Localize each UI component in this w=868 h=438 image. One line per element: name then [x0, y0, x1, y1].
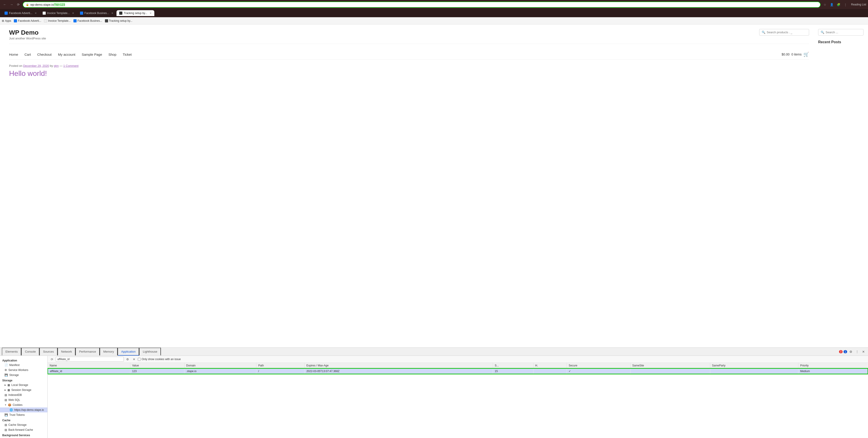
sidebar-item-manifest[interactable]: 📄 Manifest: [0, 363, 48, 368]
tab-label-2: Invoice Template...: [47, 11, 70, 15]
tab-close-4[interactable]: ✕: [150, 12, 152, 15]
sidebar-item-bf-cache[interactable]: ▤ Back-forward Cache: [0, 427, 48, 432]
devtools-settings-button[interactable]: ⚙: [848, 349, 854, 355]
bookmark-tracking[interactable]: Tracking setup by...: [105, 19, 132, 23]
profile-button[interactable]: 👤: [829, 2, 835, 7]
recent-posts-title: Recent Posts: [818, 40, 864, 44]
cookies-icon: 🍪: [8, 403, 11, 406]
devtools-tab-application[interactable]: Application: [118, 348, 140, 356]
search-icon: 🔍: [762, 31, 765, 34]
cookies-table-container: Name Value Domain Path Expires / Max-Age…: [48, 363, 868, 438]
sidebar-sub-item-cookie-url[interactable]: 🌐 https://wp-demo.stape.io: [0, 407, 48, 412]
sidebar-item-cookies[interactable]: ▼ 🍪 Cookies: [0, 402, 48, 407]
search-products-input[interactable]: [767, 31, 807, 34]
sidebar-item-storage-app[interactable]: 💾 Storage: [0, 373, 48, 377]
invoice-label: Invoice Template...: [48, 19, 71, 23]
col-samesite[interactable]: SameSite: [630, 363, 710, 368]
menu-button[interactable]: ⋮: [842, 2, 848, 7]
nav-cart[interactable]: Cart: [25, 53, 31, 57]
devtools-tab-memory[interactable]: Memory: [100, 348, 118, 356]
issue-filter-checkbox[interactable]: [138, 358, 141, 361]
col-s[interactable]: S...: [493, 363, 533, 368]
cache-section-title: Cache: [0, 417, 48, 423]
bookmark-fb-adv[interactable]: Facebook Adverti...: [14, 19, 41, 23]
posted-on-label: Posted on: [9, 64, 23, 67]
sidebar-item-indexeddb[interactable]: ▤ IndexedDB: [0, 393, 48, 398]
tab-facebook-adv[interactable]: Facebook Adverti... ✕: [2, 10, 39, 16]
tab-close-3[interactable]: ✕: [111, 12, 113, 15]
search-sidebar-input[interactable]: [826, 31, 861, 34]
nav-myaccount[interactable]: My account: [58, 53, 75, 57]
filter-cookies-button[interactable]: ⚙: [125, 357, 130, 362]
sidebar-right: 🔍 Recent Posts: [818, 25, 868, 347]
bookmark-fb-biz[interactable]: Facebook Busines...: [73, 19, 102, 23]
extensions-button[interactable]: 🧩: [836, 2, 841, 7]
tab-close-2[interactable]: ✕: [72, 12, 74, 15]
browser-chrome: ← → ⟳ 🔒 wp-demo.stape.io /?id=123 ☆ 👤 🧩 …: [0, 0, 868, 17]
back-button[interactable]: ←: [2, 2, 8, 7]
col-value[interactable]: Value: [130, 363, 184, 368]
col-priority[interactable]: Priority: [798, 363, 868, 368]
forward-button[interactable]: →: [9, 2, 14, 7]
search-sidebar-form[interactable]: 🔍: [818, 29, 864, 36]
post-comments[interactable]: 1 Comment: [63, 64, 79, 67]
col-expires[interactable]: Expires / Max-Age: [304, 363, 493, 368]
nav-checkout[interactable]: Checkout: [37, 53, 52, 57]
col-name[interactable]: Name: [48, 363, 130, 368]
sidebar-item-service-workers[interactable]: ⚙ Service Workers: [0, 368, 48, 373]
cell-priority: Medium: [798, 368, 868, 374]
storage-app-icon: 💾: [4, 373, 8, 377]
col-h[interactable]: H.: [533, 363, 567, 368]
reload-button[interactable]: ⟳: [16, 2, 21, 7]
cookie-search-input[interactable]: [56, 357, 124, 362]
bf-cache-icon: ▤: [4, 428, 7, 431]
bookmark-apps[interactable]: ⊞ Apps: [2, 19, 11, 23]
devtools-tab-lighthouse[interactable]: Lighthouse: [139, 348, 161, 356]
nav-links: Home Cart Checkout My account Sample Pag…: [9, 53, 132, 57]
refresh-cookies-button[interactable]: ⟳: [50, 357, 54, 362]
cookie-url-icon: 🌐: [9, 408, 13, 411]
tab-close-1[interactable]: ✕: [35, 12, 37, 15]
tab-label-4: Tracking setup by...: [124, 11, 147, 15]
post-author[interactable]: gtm: [54, 64, 59, 67]
tab-invoice[interactable]: Invoice Template... ✕: [40, 10, 77, 16]
devtools-tab-performance[interactable]: Performance: [75, 348, 99, 356]
apps-icon: ⊞: [2, 19, 4, 23]
devtools-more-button[interactable]: ⋮: [855, 349, 860, 355]
devtools-tab-elements[interactable]: Elements: [2, 348, 21, 356]
sidebar-item-local-storage[interactable]: ▶ ▦ Local Storage: [0, 382, 48, 388]
sidebar-item-session-storage[interactable]: ▶ ▦ Session Storage: [0, 388, 48, 393]
col-sameparty[interactable]: SameParty: [710, 363, 798, 368]
devtools-tab-console[interactable]: Console: [21, 348, 39, 356]
sidebar-item-websql[interactable]: ▤ Web SQL: [0, 398, 48, 402]
devtools-tab-sources[interactable]: Sources: [39, 348, 58, 356]
nav-shop[interactable]: Shop: [108, 53, 117, 57]
table-row[interactable]: affiliate_id 123 .stape.io / 2022-03-05T…: [48, 368, 868, 374]
cart-icon[interactable]: 🛒: [803, 52, 809, 57]
tab-tracking-active[interactable]: Tracking setup by... ✕: [117, 10, 154, 16]
devtools-close-button[interactable]: ✕: [861, 349, 866, 355]
browser-actions: ☆ 👤 🧩 ⋮ Reading List: [822, 2, 866, 7]
nav-home[interactable]: Home: [9, 53, 18, 57]
search-products-form[interactable]: 🔍: [759, 29, 809, 36]
col-domain[interactable]: Domain: [184, 363, 256, 368]
col-secure[interactable]: Secure: [567, 363, 630, 368]
nav-ticket[interactable]: Ticket: [123, 53, 132, 57]
sidebar-item-trust-tokens[interactable]: 💾 Trust Tokens: [0, 412, 48, 417]
reading-list-label[interactable]: Reading List: [851, 3, 866, 6]
post-date[interactable]: December 29, 2020: [23, 64, 49, 67]
col-path[interactable]: Path: [256, 363, 304, 368]
sidebar-item-cache-storage[interactable]: ▤ Cache Storage: [0, 423, 48, 427]
nav-sample[interactable]: Sample Page: [82, 53, 102, 57]
cell-s: 15: [493, 368, 533, 374]
issue-filter-checkbox-label[interactable]: Only show cookies with an issue: [138, 358, 181, 361]
address-bar[interactable]: 🔒 wp-demo.stape.io /?id=123: [23, 2, 820, 8]
tab-fb-business[interactable]: Facebook Busines... ✕: [77, 10, 116, 16]
bookmark-invoice[interactable]: Invoice Template...: [44, 19, 71, 23]
clear-filter-button[interactable]: ✕: [131, 357, 136, 362]
tab-label-1: Facebook Adverti...: [9, 11, 32, 15]
nav-buttons: ← → ⟳: [2, 2, 21, 7]
devtools-sidebar: Application 📄 Manifest ⚙ Service Workers…: [0, 356, 48, 438]
devtools-tab-network[interactable]: Network: [58, 348, 76, 356]
bookmark-button[interactable]: ☆: [822, 2, 828, 7]
